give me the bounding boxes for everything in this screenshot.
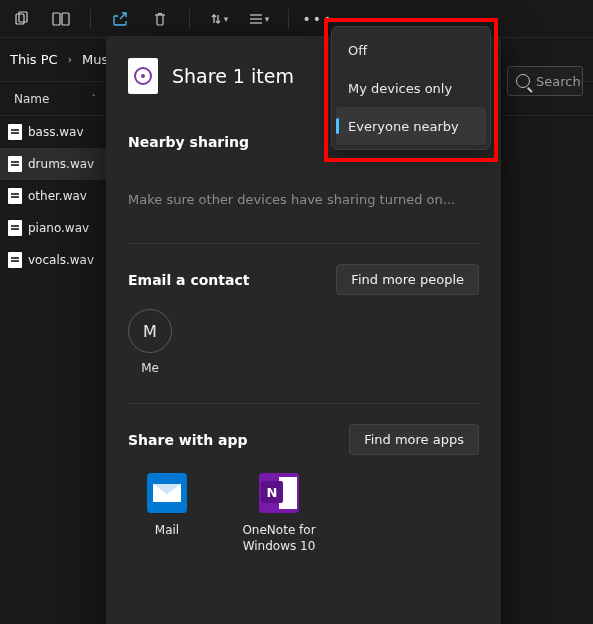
right-pane: Search Share 1 item Nearby sharing Make … (106, 116, 593, 624)
share-icon[interactable] (109, 8, 131, 30)
email-contact-title: Email a contact (128, 272, 249, 288)
toolbar-separator (288, 9, 289, 29)
more-icon[interactable]: ••• (307, 8, 329, 30)
file-name: piano.wav (28, 221, 89, 235)
mail-icon (147, 473, 187, 513)
find-more-people-button[interactable]: Find more people (336, 264, 479, 295)
file-name: drums.wav (28, 157, 94, 171)
divider (128, 243, 479, 244)
app-label: OneNote for Windows 10 (240, 523, 318, 554)
toolbar-separator (189, 9, 190, 29)
app-onenote[interactable]: N OneNote for Windows 10 (240, 473, 318, 554)
file-item[interactable]: vocals.wav (0, 244, 106, 276)
document-icon (128, 58, 158, 94)
file-icon (8, 124, 22, 140)
sort-icon[interactable]: ▾ (208, 8, 230, 30)
file-list: bass.wav drums.wav other.wav piano.wav v… (0, 116, 106, 624)
file-item[interactable]: bass.wav (0, 116, 106, 148)
search-icon (516, 74, 530, 88)
contact-me[interactable]: M Me (128, 309, 172, 375)
sort-indicator-icon: ˆ (91, 94, 96, 104)
search-input[interactable]: Search (507, 66, 583, 96)
avatar: M (128, 309, 172, 353)
breadcrumb-item[interactable]: This PC (10, 52, 58, 67)
share-with-app-title: Share with app (128, 432, 248, 448)
copy-icon[interactable] (10, 8, 32, 30)
nearby-sharing-dropdown: Off My devices only Everyone nearby (331, 26, 491, 150)
divider (128, 403, 479, 404)
file-name: bass.wav (28, 125, 84, 139)
file-icon (8, 252, 22, 268)
chevron-right-icon: › (64, 53, 76, 66)
app-mail[interactable]: Mail (128, 473, 206, 554)
main-area: bass.wav drums.wav other.wav piano.wav v… (0, 116, 593, 624)
toolbar-separator (90, 9, 91, 29)
chevron-down-icon: ▾ (265, 14, 270, 24)
file-item[interactable]: piano.wav (0, 212, 106, 244)
nearby-sharing-title: Nearby sharing (128, 134, 249, 150)
svg-rect-3 (62, 13, 69, 25)
delete-icon[interactable] (149, 8, 171, 30)
svg-rect-2 (53, 13, 60, 25)
column-name-header[interactable]: Name (14, 92, 49, 106)
dropdown-item-my-devices[interactable]: My devices only (336, 69, 486, 107)
file-item[interactable]: other.wav (0, 180, 106, 212)
contact-label: Me (128, 361, 172, 375)
toolbar: ▾ ▾ ••• (0, 0, 593, 38)
onenote-icon: N (259, 473, 299, 513)
share-title: Share 1 item (172, 65, 294, 87)
file-icon (8, 156, 22, 172)
file-icon (8, 188, 22, 204)
chevron-down-icon: ▾ (224, 14, 229, 24)
find-more-apps-button[interactable]: Find more apps (349, 424, 479, 455)
view-icon[interactable]: ▾ (248, 8, 270, 30)
dropdown-item-off[interactable]: Off (336, 31, 486, 69)
dropdown-item-everyone-nearby[interactable]: Everyone nearby (336, 107, 486, 145)
layout-icon[interactable] (50, 8, 72, 30)
file-icon (8, 220, 22, 236)
file-item[interactable]: drums.wav (0, 148, 106, 180)
search-placeholder: Search (536, 74, 581, 89)
nearby-hint: Make sure other devices have sharing tur… (128, 192, 479, 207)
file-name: other.wav (28, 189, 87, 203)
file-name: vocals.wav (28, 253, 94, 267)
app-label: Mail (128, 523, 206, 539)
